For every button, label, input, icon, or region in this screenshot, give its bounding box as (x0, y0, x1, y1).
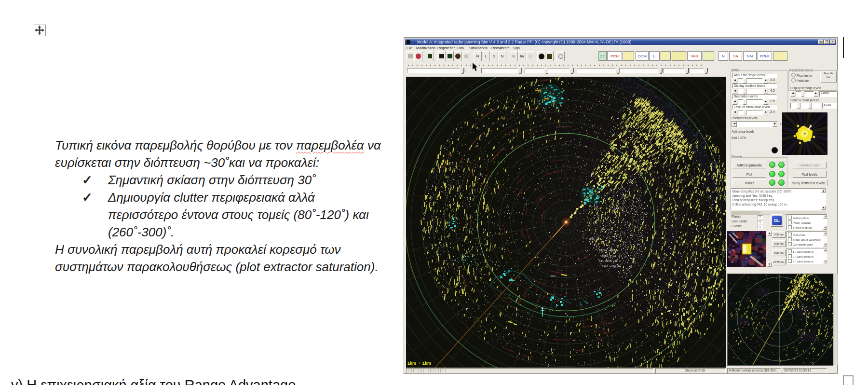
svg-text:TR12 0482 +77: TR12 0482 +77 (602, 255, 622, 258)
svg-text:08+: 08+ (551, 275, 556, 278)
svg-text:T0234 +104 9: T0234 +104 9 (599, 249, 618, 252)
svg-text:0861 +320 44: 0861 +320 44 (602, 265, 621, 268)
svg-text:043 +1: 043 +1 (589, 238, 598, 241)
svg-text:+: + (419, 361, 421, 366)
svg-text:1km: 1km (407, 361, 416, 366)
svg-text:A31 0255 +98 1: A31 0255 +98 1 (599, 260, 621, 263)
svg-text:1km: 1km (422, 361, 431, 366)
